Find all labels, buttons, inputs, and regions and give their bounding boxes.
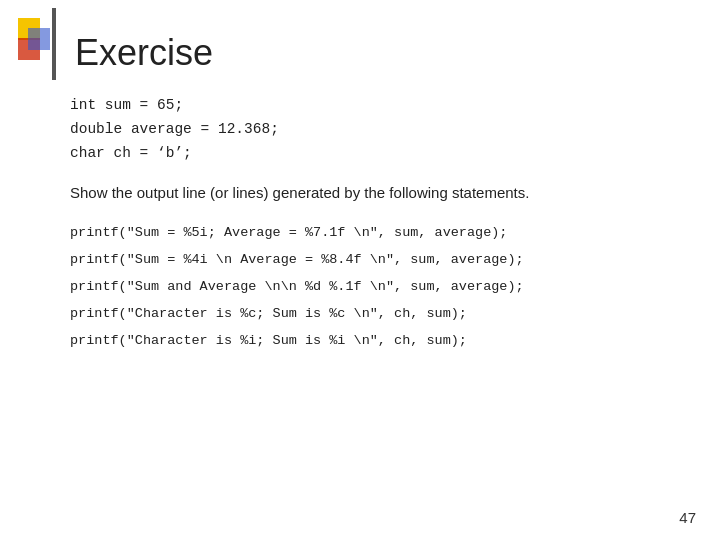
code-line-3: char ch = ‘b’;	[70, 142, 660, 166]
printf-statements: printf("Sum = %5i; Average = %7.1f \n", …	[70, 219, 660, 354]
printf-line-5: printf("Character is %i; Sum is %i \n", …	[70, 327, 660, 354]
code-line-1: int sum = 65;	[70, 94, 660, 118]
printf-line-3: printf("Sum and Average \n\n %d %.1f \n"…	[70, 273, 660, 300]
page-title: Exercise	[75, 32, 660, 74]
exercise-description: Show the output line (or lines) generate…	[70, 184, 660, 201]
printf-line-1: printf("Sum = %5i; Average = %7.1f \n", …	[70, 219, 660, 246]
page-number: 47	[679, 509, 696, 526]
variable-declarations: int sum = 65; double average = 12.368; c…	[70, 94, 660, 166]
main-content: Exercise int sum = 65; double average = …	[0, 0, 720, 540]
code-line-2: double average = 12.368;	[70, 118, 660, 142]
printf-line-4: printf("Character is %c; Sum is %c \n", …	[70, 300, 660, 327]
printf-line-2: printf("Sum = %4i \n Average = %8.4f \n"…	[70, 246, 660, 273]
